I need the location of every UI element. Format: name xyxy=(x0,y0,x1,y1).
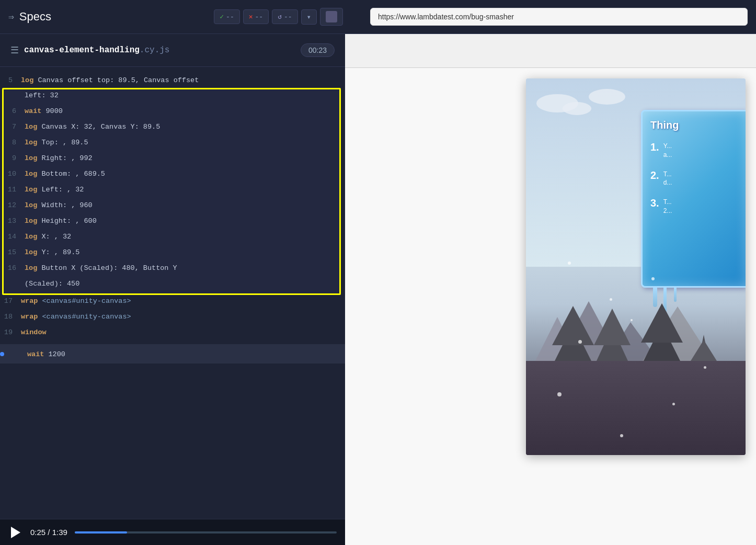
check-control-button[interactable]: ✓ -- xyxy=(214,9,239,24)
line-content-14: log X: , 32 xyxy=(25,232,339,241)
ice-sign: Thing 1. Y...a... 2. T...d... 3. T...2..… xyxy=(641,110,746,288)
code-line-9: 9 log Right: , 992 xyxy=(4,152,339,168)
specs-title: Specs xyxy=(19,10,51,24)
keyword-log-11: log xyxy=(25,186,37,194)
svg-marker-10 xyxy=(594,309,631,345)
url-bar[interactable]: https://www.lambdatest.com/bug-smasher xyxy=(370,8,748,26)
browser-content: Thing 1. Y...a... 2. T...d... 3. T...2..… xyxy=(345,68,756,545)
ice-sign-text-1: Y...a... xyxy=(663,142,672,160)
progress-bar[interactable] xyxy=(75,531,337,533)
keyword-log-16: log xyxy=(25,264,37,272)
line-number-12: 12 xyxy=(4,200,25,209)
line-content-15: log Y: , 89.5 xyxy=(25,247,339,256)
code-text-5: Canvas offset top: 89.5, Canvas offset xyxy=(38,76,199,84)
ice-sign-title: Thing xyxy=(650,119,738,131)
spin-label: -- xyxy=(284,13,292,21)
ice-sign-num-2: 2. xyxy=(650,170,659,188)
code-line-16: 16 log Button X (Scaled): 480, Button Y xyxy=(4,262,339,278)
keyword-log-5: log xyxy=(21,76,33,84)
ice-sign-text-2: T...d... xyxy=(663,170,672,188)
line-content-5-cont: left: 32 xyxy=(25,90,339,99)
keyword-log-14: log xyxy=(25,233,37,241)
check-label: -- xyxy=(226,13,234,21)
line-number-9: 9 xyxy=(4,153,25,162)
file-icon: ☰ xyxy=(10,44,19,56)
browser-header xyxy=(345,34,756,68)
keyword-log-9: log xyxy=(25,154,37,162)
line-number-5-cont xyxy=(4,90,25,92)
line-content-8: log Top: , 89.5 xyxy=(25,138,339,146)
snow-7 xyxy=(557,392,562,396)
code-line-8: 8 log Top: , 89.5 xyxy=(4,137,339,152)
code-text-15: Y: , 89.5 xyxy=(41,248,79,256)
line-number-16-cont xyxy=(4,279,25,280)
line-number-6: 6 xyxy=(4,106,25,115)
code-text-9: Right: , 992 xyxy=(41,154,92,162)
code-text-12: Width: , 960 xyxy=(41,201,92,209)
cross-control-button[interactable]: ✕ -- xyxy=(243,9,269,24)
code-text-5-cont: left: 32 xyxy=(25,92,59,99)
code-text-13: Height: , 600 xyxy=(41,217,96,225)
square-icon xyxy=(326,11,337,22)
keyword-wrap-17: wrap xyxy=(21,297,38,305)
line-number-18: 18 xyxy=(0,312,21,321)
code-line-10: 10 log Bottom: , 689.5 xyxy=(4,168,339,184)
play-button[interactable] xyxy=(8,525,23,540)
code-line-16-cont: (Scaled): 450 xyxy=(4,278,339,293)
line-content-11: log Left: , 32 xyxy=(25,185,339,194)
toolbar-left-section: ⇒ Specs ✓ -- ✕ -- ↺ -- ▾ xyxy=(8,8,353,26)
code-text-8: Top: , 89.5 xyxy=(41,139,88,146)
ice-sign-item-1: 1. Y...a... xyxy=(650,142,738,160)
line-number-bottom xyxy=(6,349,27,350)
check-icon: ✓ xyxy=(220,13,224,21)
svg-marker-6 xyxy=(552,306,594,345)
code-text-10: Bottom: , 689.5 xyxy=(41,170,105,178)
square-button[interactable] xyxy=(320,8,343,26)
code-line-17: 17 wrap <canvas#unity-canvas> xyxy=(0,295,345,311)
spin-icon: ↺ xyxy=(278,13,282,21)
keyword-log-15: log xyxy=(25,248,37,256)
running-indicator xyxy=(0,352,4,356)
snow-6 xyxy=(704,366,706,369)
timer-badge: 00:23 xyxy=(301,43,335,57)
snow-9 xyxy=(620,434,623,437)
specs-arrow-icon: ⇒ xyxy=(8,11,14,22)
code-text-16: Button X (Scaled): 480, Button Y xyxy=(41,264,177,272)
code-text-6: 9000 xyxy=(46,107,63,115)
line-content-16: log Button X (Scaled): 480, Button Y xyxy=(25,263,339,272)
line-content-10: log Bottom: , 689.5 xyxy=(25,169,339,178)
ice-sign-text-3: T...2... xyxy=(663,198,672,215)
toolbar-controls: ✓ -- ✕ -- ↺ -- ▾ xyxy=(214,8,343,26)
line-content-7: log Canvas X: 32, Canvas Y: 89.5 xyxy=(25,122,339,131)
code-line-5-cont: left: 32 xyxy=(4,89,339,105)
code-line-18: 18 wrap <canvas#unity-canvas> xyxy=(0,311,345,326)
snow-3 xyxy=(578,340,582,344)
keyword-log-10: log xyxy=(25,170,37,178)
keyword-log-13: log xyxy=(25,217,37,225)
ice-sign-item-2: 2. T...d... xyxy=(650,170,738,188)
time-display: 0:25 / 1:39 xyxy=(30,528,67,537)
snow-4 xyxy=(631,319,633,321)
snow-8 xyxy=(672,403,675,405)
snow-5 xyxy=(651,277,655,280)
file-name-area: ☰ canvas-element-handling.cy.js xyxy=(10,44,169,56)
code-tag-18: <canvas#unity-canvas> xyxy=(42,313,131,321)
line-content-bottom: wait 1200 xyxy=(27,349,345,358)
line-content-13: log Height: , 600 xyxy=(25,216,339,225)
line-number-19: 19 xyxy=(0,327,21,336)
spin-control-button[interactable]: ↺ -- xyxy=(272,9,297,24)
file-name: canvas-element-handling.cy.js xyxy=(24,46,169,55)
game-view: Thing 1. Y...a... 2. T...d... 3. T...2..… xyxy=(526,78,746,455)
line-number-17: 17 xyxy=(0,296,21,305)
line-number-15: 15 xyxy=(4,247,25,256)
progress-fill xyxy=(75,531,127,533)
line-number-5: 5 xyxy=(0,75,21,84)
code-text-11: Left: , 32 xyxy=(41,186,84,194)
code-text-14: X: , 32 xyxy=(41,233,71,241)
line-content-18: wrap <canvas#unity-canvas> xyxy=(21,312,345,321)
keyword-wrap-18: wrap xyxy=(21,313,38,321)
code-text-16-cont: (Scaled): 450 xyxy=(25,280,79,288)
chevron-button[interactable]: ▾ xyxy=(301,9,317,25)
ice-sign-item-3: 3. T...2... xyxy=(650,198,738,215)
keyword-wait-bottom: wait xyxy=(27,350,44,358)
